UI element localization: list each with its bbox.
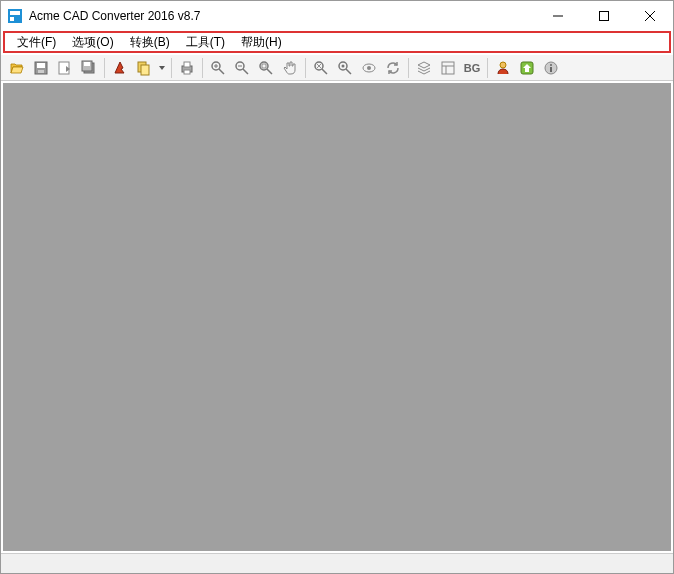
toolbar: BG [1, 55, 673, 81]
copy-icon[interactable] [132, 57, 156, 79]
maximize-button[interactable] [581, 1, 627, 31]
zoom-extents-icon[interactable] [309, 57, 333, 79]
zoom-all-icon[interactable] [333, 57, 357, 79]
svg-rect-41 [525, 68, 529, 72]
drawing-canvas[interactable] [3, 83, 671, 551]
svg-line-30 [322, 69, 327, 74]
svg-line-32 [346, 69, 351, 74]
refresh-icon[interactable] [381, 57, 405, 79]
app-icon [7, 8, 23, 24]
batch-icon[interactable] [108, 57, 132, 79]
svg-line-24 [243, 69, 248, 74]
close-button[interactable] [627, 1, 673, 31]
bg-label: BG [462, 62, 483, 74]
menu-help[interactable]: 帮助(H) [233, 32, 290, 53]
print-icon[interactable] [175, 57, 199, 79]
window-title: Acme CAD Converter 2016 v8.7 [29, 9, 535, 23]
svg-line-20 [219, 69, 224, 74]
layers-icon[interactable] [412, 57, 436, 79]
svg-point-39 [500, 62, 506, 68]
zoom-window-icon[interactable] [254, 57, 278, 79]
window-controls [535, 1, 673, 31]
menu-file[interactable]: 文件(F) [9, 32, 64, 53]
svg-point-33 [342, 64, 345, 67]
svg-rect-9 [38, 70, 44, 73]
svg-rect-13 [84, 62, 90, 66]
svg-point-35 [367, 66, 371, 70]
svg-rect-8 [37, 63, 45, 68]
svg-line-27 [267, 69, 272, 74]
user-icon[interactable] [491, 57, 515, 79]
titlebar: Acme CAD Converter 2016 v8.7 [1, 1, 673, 31]
zoom-out-icon[interactable] [230, 57, 254, 79]
export-icon[interactable] [53, 57, 77, 79]
save-icon[interactable] [29, 57, 53, 79]
svg-rect-28 [262, 64, 266, 68]
toolbar-separator [171, 58, 172, 78]
app-window: Acme CAD Converter 2016 v8.7 文件(F) 选项(O)… [0, 0, 674, 574]
statusbar [1, 553, 673, 573]
dropdown-icon[interactable] [156, 57, 168, 79]
minimize-button[interactable] [535, 1, 581, 31]
svg-rect-17 [184, 62, 190, 67]
svg-rect-2 [10, 17, 14, 21]
info-icon[interactable] [539, 57, 563, 79]
svg-rect-18 [184, 70, 190, 74]
svg-rect-4 [600, 12, 609, 21]
svg-rect-44 [550, 67, 552, 72]
save-all-icon[interactable] [77, 57, 101, 79]
menu-options[interactable]: 选项(O) [64, 32, 121, 53]
toolbar-separator [202, 58, 203, 78]
menubar: 文件(F) 选项(O) 转换(B) 工具(T) 帮助(H) [3, 31, 671, 53]
menu-convert[interactable]: 转换(B) [122, 32, 178, 53]
pan-icon[interactable] [278, 57, 302, 79]
svg-point-43 [550, 64, 552, 66]
menu-tools[interactable]: 工具(T) [178, 32, 233, 53]
svg-point-26 [260, 62, 268, 70]
toolbar-separator [408, 58, 409, 78]
svg-rect-36 [442, 62, 454, 74]
toolbar-separator [487, 58, 488, 78]
zoom-in-icon[interactable] [206, 57, 230, 79]
toolbar-separator [305, 58, 306, 78]
open-icon[interactable] [5, 57, 29, 79]
view-icon[interactable] [357, 57, 381, 79]
svg-rect-1 [10, 11, 20, 15]
home-icon[interactable] [515, 57, 539, 79]
svg-rect-15 [141, 65, 149, 75]
layouts-icon[interactable] [436, 57, 460, 79]
bg-color-button[interactable]: BG [460, 57, 484, 79]
toolbar-separator [104, 58, 105, 78]
